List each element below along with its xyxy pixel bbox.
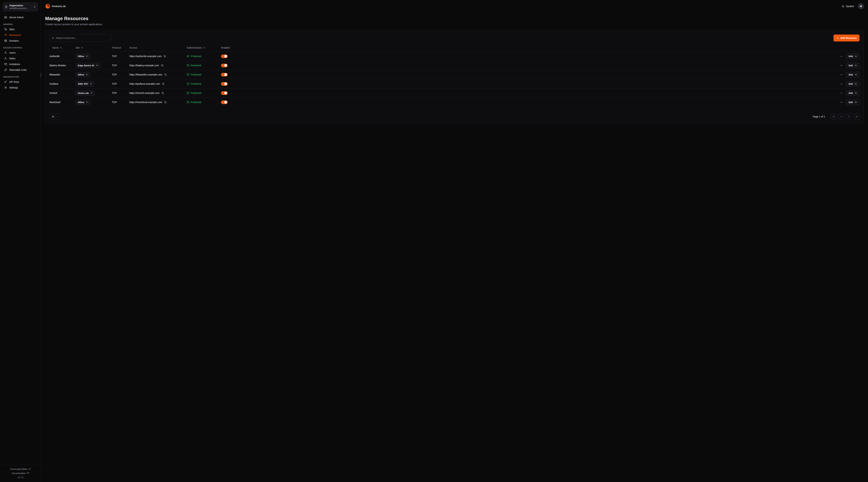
org-selector[interactable]: Organization milo@fossorial.io's ... — [3, 2, 38, 11]
enabled-toggle[interactable] — [221, 82, 227, 86]
sidebar-item-server-admin[interactable]: Server Admin — [3, 14, 38, 20]
edit-button[interactable]: Edit — [846, 63, 860, 68]
column-header-name[interactable]: Name — [50, 46, 75, 49]
enabled-cell — [221, 82, 242, 86]
add-resource-button[interactable]: Add Resource — [833, 35, 860, 41]
search-input[interactable] — [56, 37, 109, 39]
enabled-toggle[interactable] — [221, 100, 227, 104]
enabled-toggle[interactable] — [221, 73, 227, 76]
documentation-link[interactable]: Documentation — [1, 471, 39, 475]
site-link-button[interactable]: Office — [75, 100, 90, 105]
edit-button[interactable]: Edit — [846, 81, 860, 87]
main-content: PANGOLIN System M Manage Resources Creat… — [41, 0, 868, 482]
arrow-right-icon — [855, 55, 857, 58]
edit-button[interactable]: Edit — [846, 72, 860, 77]
access-url: https://nextcloud.example.com — [129, 101, 162, 104]
column-header-site[interactable]: Site — [75, 46, 112, 49]
org-texts: Organization milo@fossorial.io's ... — [9, 4, 31, 9]
sidebar-resize-handle[interactable] — [41, 73, 41, 77]
enabled-cell — [221, 64, 242, 67]
enabled-toggle[interactable] — [221, 91, 227, 95]
site-link-button[interactable]: Office — [75, 72, 90, 77]
enabled-toggle[interactable] — [221, 55, 227, 58]
table-row: Nextcloud Office TCP https://nextcloud.e… — [50, 97, 860, 107]
row-actions: Edit — [839, 72, 860, 77]
site-cell: AWS VPC — [75, 81, 112, 87]
avatar[interactable]: M — [858, 3, 864, 9]
chevrons-left-icon — [832, 116, 835, 118]
sidebar-item-api-keys[interactable]: API Keys — [3, 79, 38, 85]
key-icon — [4, 80, 7, 83]
community-edition-link[interactable]: Community Edition — [1, 467, 39, 471]
topbar: PANGOLIN System M — [45, 2, 864, 10]
theme-toggle[interactable]: System — [842, 5, 854, 8]
row-menu-button[interactable] — [839, 82, 843, 86]
user-check-icon — [4, 57, 7, 60]
topbar-right: System M — [842, 3, 864, 9]
row-menu-button[interactable] — [839, 100, 843, 104]
sidebar-item-users[interactable]: Users — [3, 50, 38, 56]
edit-button[interactable]: Edit — [846, 90, 860, 96]
row-menu-button[interactable] — [839, 54, 843, 59]
row-menu-button[interactable] — [839, 63, 843, 68]
row-actions: Edit — [839, 99, 860, 105]
enabled-toggle[interactable] — [221, 64, 227, 67]
previous-page-button[interactable] — [838, 114, 844, 120]
site-link-button[interactable]: Office — [75, 54, 90, 59]
copy-icon[interactable] — [161, 64, 164, 67]
sidebar-item-label: Invitations — [9, 63, 20, 66]
column-header-authentication[interactable]: Authentication — [187, 46, 221, 49]
edit-button[interactable]: Edit — [846, 99, 860, 105]
row-menu-button[interactable] — [839, 72, 843, 77]
authentication-cell: Protected — [187, 83, 221, 85]
globe-icon — [4, 39, 7, 42]
shield-check-icon — [187, 73, 189, 76]
sidebar-item-sites[interactable]: Sites — [3, 26, 38, 32]
next-page-button[interactable] — [846, 114, 852, 120]
brand: PANGOLIN — [45, 4, 66, 9]
copy-icon[interactable] — [164, 73, 167, 76]
protocol-cell: TCP — [112, 55, 129, 58]
search-icon — [52, 37, 54, 39]
auth-status: Protected — [191, 101, 201, 104]
section-label-organization: ORGANIZATION — [3, 76, 38, 78]
last-page-button[interactable] — [854, 114, 860, 120]
first-page-button[interactable] — [831, 114, 837, 120]
sidebar-item-label: Settings — [9, 86, 18, 89]
external-link-icon — [86, 73, 88, 76]
sidebar-item-settings[interactable]: Settings — [3, 85, 38, 90]
server-icon — [4, 16, 7, 19]
row-actions: Edit — [839, 63, 860, 68]
sidebar-item-invitations[interactable]: Invitations — [3, 61, 38, 67]
column-header-access: Access — [129, 46, 187, 49]
arrow-right-icon — [855, 64, 857, 67]
table-footer: 20 Page 1 of 1 — [50, 110, 860, 120]
sidebar-item-shareable-links[interactable]: Shareable Links — [3, 67, 38, 73]
site-link-button[interactable]: Edge Device 01 — [75, 63, 100, 68]
page-size-select[interactable]: 20 — [50, 114, 60, 120]
row-menu-button[interactable] — [839, 91, 843, 95]
chevron-down-icon — [56, 116, 58, 118]
sidebar-item-roles[interactable]: Roles — [3, 56, 38, 61]
protocol-cell: TCP — [112, 64, 129, 67]
site-link-button[interactable]: Home Lab — [75, 90, 95, 96]
site-cell: Office — [75, 100, 112, 105]
copy-icon[interactable] — [161, 91, 164, 95]
row-actions: Edit — [839, 54, 860, 59]
edit-button[interactable]: Edit — [846, 54, 860, 59]
sidebar-item-resources[interactable]: Resources — [3, 32, 38, 38]
site-link-button[interactable]: AWS VPC — [75, 81, 94, 87]
access-cell: https://authentik.example.com — [129, 55, 187, 58]
row-actions: Edit — [839, 90, 860, 96]
protocol-cell: TCP — [112, 83, 129, 85]
copy-icon[interactable] — [162, 82, 165, 86]
shield-check-icon — [187, 92, 189, 94]
sites-icon — [4, 28, 7, 31]
sidebar-item-label: Roles — [9, 57, 16, 60]
sidebar-item-domains[interactable]: Domains — [3, 38, 38, 43]
copy-icon[interactable] — [164, 101, 167, 104]
copy-icon[interactable] — [163, 55, 166, 58]
sidebar-nav: Server Admin GENERAL Sites Resources Do — [3, 14, 38, 90]
column-header-enabled: Enabled — [221, 46, 242, 49]
access-url: https://immich.example.com — [129, 92, 159, 94]
